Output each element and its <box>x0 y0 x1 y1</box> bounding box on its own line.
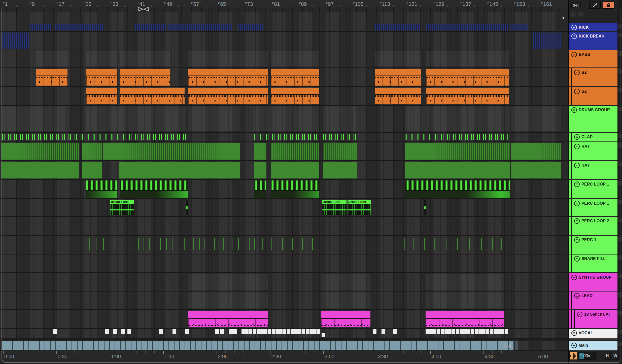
track-header-main[interactable]: ▶Main <box>569 341 617 350</box>
clip-perc-hit[interactable] <box>434 238 435 250</box>
clip-gticks[interactable] <box>323 134 357 140</box>
waveform-zoom-button[interactable] <box>569 352 577 360</box>
track-header-vocal[interactable]: ≡VOCAL <box>569 329 617 338</box>
clip-summary[interactable] <box>321 292 370 308</box>
clip-perc-hit[interactable] <box>254 238 255 250</box>
clip-summary[interactable] <box>405 106 510 131</box>
clip-break[interactable] <box>424 200 426 215</box>
clip-gticks[interactable] <box>254 134 319 140</box>
clip-band[interactable]: 1/4 <box>2 341 514 350</box>
lane-synths-group[interactable] <box>0 273 568 291</box>
clip-perc-hit[interactable] <box>302 238 303 250</box>
track-edge-box[interactable] <box>618 33 622 37</box>
group-icon[interactable]: ≡ <box>571 330 577 336</box>
clip-magenta[interactable] <box>188 311 268 327</box>
clip-perc-hit[interactable] <box>214 238 215 250</box>
clip-navy[interactable] <box>30 24 52 30</box>
clip-orange[interactable] <box>426 88 509 104</box>
clip-perc-hit[interactable] <box>103 238 104 250</box>
clip-summary[interactable] <box>188 274 268 290</box>
clip-gsolid[interactable] <box>82 162 102 178</box>
track-header-clap[interactable]: ≡CLAP <box>569 133 617 141</box>
clip-perc-hit[interactable] <box>184 238 185 250</box>
clip-gstripe[interactable] <box>511 143 561 160</box>
track-edge-box[interactable] <box>618 24 622 28</box>
clip-white[interactable] <box>159 329 163 334</box>
track-edge-box[interactable] <box>618 237 622 241</box>
group-icon[interactable]: ≡ <box>574 134 580 140</box>
clip-summary[interactable] <box>188 106 240 131</box>
fold-icon[interactable]: ▼ <box>574 218 580 224</box>
clip-orange[interactable] <box>375 69 421 86</box>
bar-ruler[interactable]: 1917253341495765738189971051131211291371… <box>0 0 568 12</box>
clip-wrun[interactable] <box>426 329 508 334</box>
clip-gsolid[interactable] <box>405 162 510 178</box>
fold-icon[interactable]: ▼ <box>574 70 580 75</box>
clip-perc-hit[interactable] <box>469 238 470 250</box>
lane-hat[interactable] <box>0 142 568 160</box>
track-edge-box[interactable] <box>618 107 622 111</box>
clip-summary[interactable] <box>426 274 504 290</box>
clip-summary[interactable] <box>323 106 357 131</box>
clip-perc-hit[interactable] <box>115 238 115 250</box>
clip-white[interactable] <box>233 329 237 334</box>
clip-orange[interactable] <box>120 88 185 104</box>
lane-perc-1[interactable] <box>0 236 568 254</box>
lane-kick[interactable] <box>0 23 568 31</box>
width-zoom-button[interactable]: W <box>612 352 619 360</box>
clip-gstripe[interactable] <box>323 143 357 160</box>
clip-white[interactable] <box>113 329 117 334</box>
time-ruler[interactable]: 0:000:301:001:302:002:303:003:304:004:30… <box>0 351 568 362</box>
clip-navy[interactable] <box>168 24 232 30</box>
play-icon[interactable]: ▶ <box>571 343 577 348</box>
track-edge-box[interactable] <box>618 69 622 74</box>
clip-navy[interactable] <box>238 24 263 30</box>
clip-perc-hit[interactable] <box>199 238 200 250</box>
lane-perc-loop-1[interactable] <box>0 180 568 198</box>
group-icon[interactable]: ≡ <box>571 107 577 113</box>
track-edge-box[interactable] <box>618 162 622 166</box>
clip-perc-hit[interactable] <box>149 238 150 250</box>
set-button[interactable]: Set <box>570 2 581 8</box>
clip-summary[interactable] <box>426 292 504 308</box>
clip-orange[interactable] <box>188 69 268 86</box>
clip-perc-hit[interactable] <box>144 238 144 250</box>
clip-white[interactable] <box>373 329 376 334</box>
lane-clap[interactable] <box>0 133 568 141</box>
clip-white[interactable] <box>105 329 109 334</box>
clip-perc-hit[interactable] <box>262 238 263 250</box>
lane-bass[interactable] <box>0 50 568 67</box>
clip-summary[interactable] <box>86 106 186 131</box>
clip-perc-hit[interactable] <box>481 238 482 250</box>
group-icon[interactable]: ≡ <box>571 52 577 57</box>
clip-summary[interactable] <box>188 292 268 308</box>
clip-gstripe[interactable] <box>254 143 266 160</box>
track-header-bass[interactable]: ≡BASS <box>569 50 617 67</box>
track-edge-box[interactable] <box>618 342 622 346</box>
clip-navy[interactable] <box>375 24 421 30</box>
clip-gdense[interactable] <box>271 180 319 198</box>
clip-break[interactable]: Break Funk <box>348 200 371 215</box>
clip-white[interactable] <box>53 329 57 334</box>
lock-button[interactable] <box>603 2 614 9</box>
track-edge-box[interactable] <box>618 181 622 185</box>
clip-perc-hit[interactable] <box>424 238 425 250</box>
fold-icon[interactable]: ▼ <box>577 312 582 317</box>
loop-brace-icon[interactable] <box>137 7 149 12</box>
clip-summary[interactable] <box>254 106 319 131</box>
clip-navy[interactable] <box>55 24 104 30</box>
lane-hat[interactable] <box>0 161 568 179</box>
clip-perc-hit[interactable] <box>404 238 405 250</box>
clip-summary[interactable] <box>188 51 268 66</box>
track-header-perc-loop-1[interactable]: ▼PERC LOOP 1 <box>569 180 617 198</box>
clip-orange[interactable] <box>86 69 117 86</box>
track-edge-box[interactable] <box>618 88 622 92</box>
clip-perc-hit[interactable] <box>160 238 161 250</box>
clip-perc-hit[interactable] <box>232 238 232 250</box>
clip-break[interactable]: Break Funk <box>322 200 347 215</box>
clip-perc-hit[interactable] <box>193 238 194 250</box>
clip-perc-hit[interactable] <box>446 238 446 250</box>
clip-gticks[interactable] <box>2 134 186 140</box>
lane-drums-group[interactable] <box>0 106 568 132</box>
track-header-kick-break[interactable]: ▼KICK BREAK <box>569 32 617 50</box>
